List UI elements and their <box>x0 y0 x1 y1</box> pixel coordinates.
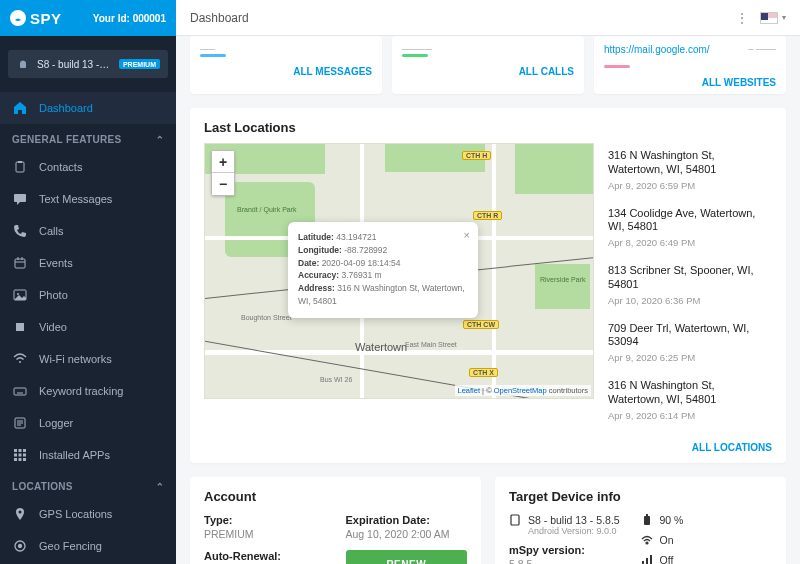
svg-point-31 <box>19 545 22 548</box>
nav-gps-locations[interactable]: GPS Locations <box>0 498 176 530</box>
message-icon <box>12 191 28 207</box>
nav-dashboard[interactable]: Dashboard <box>0 92 176 124</box>
svg-rect-4 <box>15 259 25 268</box>
video-icon <box>12 319 28 335</box>
svg-rect-25 <box>23 454 26 457</box>
tdi-title: Target Device info <box>509 489 772 504</box>
svg-rect-38 <box>650 555 652 564</box>
target-device-card: Target Device info S8 - bulid 13 - 5.8.5… <box>495 477 786 565</box>
svg-rect-27 <box>19 458 22 461</box>
menu-icon[interactable]: ⋮ <box>736 11 748 25</box>
pin-icon <box>12 506 28 522</box>
svg-rect-26 <box>14 458 17 461</box>
summary-link[interactable]: ALL WEBSITES <box>702 77 776 88</box>
summary-card: https://mail.google.com/_ ____ALL WEBSIT… <box>594 36 786 94</box>
svg-rect-14 <box>14 388 26 395</box>
nav-contacts[interactable]: Contacts <box>0 151 176 183</box>
summary-card: ______ALL CALLS <box>392 36 584 94</box>
renew-button[interactable]: RENEW <box>346 550 468 565</box>
sidebar-header: SPY Your Id: 000001 <box>0 0 176 36</box>
chevron-up-icon: ⌄ <box>156 481 164 492</box>
account-title: Account <box>204 489 467 504</box>
grid-icon <box>12 447 28 463</box>
svg-rect-21 <box>19 449 22 452</box>
nav-photo[interactable]: Photo <box>0 279 176 311</box>
chevron-down-icon: ▾ <box>782 13 786 22</box>
svg-rect-22 <box>23 449 26 452</box>
content: ___ALL MESSAGES______ALL CALLShttps://ma… <box>176 36 800 564</box>
wifi-icon <box>641 534 653 546</box>
svg-rect-20 <box>14 449 17 452</box>
nav-text-messages[interactable]: Text Messages <box>0 183 176 215</box>
summary-link[interactable]: ALL CALLS <box>519 66 574 77</box>
topbar: Dashboard ⋮ ▾ <box>176 0 800 36</box>
svg-rect-33 <box>644 516 650 525</box>
svg-rect-2 <box>18 161 22 163</box>
svg-rect-34 <box>646 514 648 516</box>
map-zoom: + − <box>211 150 235 196</box>
zoom-in-button[interactable]: + <box>212 151 234 173</box>
map-popup: × Latitude: 43.194721 Longitude: -88.728… <box>288 222 478 318</box>
svg-rect-32 <box>511 515 519 525</box>
wifi-icon <box>12 351 28 367</box>
user-id: Your Id: 000001 <box>93 13 166 24</box>
svg-point-13 <box>19 361 21 363</box>
location-item[interactable]: 709 Deer Trl, Watertown, WI, 53094Apr 9,… <box>608 316 772 374</box>
calendar-icon <box>12 255 28 271</box>
android-icon <box>16 57 30 71</box>
nav-logger[interactable]: Logger <box>0 407 176 439</box>
location-item[interactable]: 316 N Washington St, Watertown, WI, 5480… <box>608 143 772 201</box>
language-selector[interactable]: ▾ <box>760 12 786 24</box>
locations-card: Last Locations <box>190 108 786 463</box>
device-name: S8 - build 13 - 5... <box>37 59 112 70</box>
svg-rect-1 <box>16 162 24 172</box>
flag-us-icon <box>760 12 778 24</box>
nav-section-locations[interactable]: LOCATIONS ⌄ <box>0 471 176 498</box>
page-title: Dashboard <box>190 11 249 25</box>
map-attribution: Leaflet | © OpenStreetMap contributors <box>455 385 592 396</box>
location-item[interactable]: 134 Coolidge Ave, Watertown, WI, 54801Ap… <box>608 201 772 259</box>
nav-keyword-tracking[interactable]: Keyword tracking <box>0 375 176 407</box>
fence-icon <box>12 538 28 554</box>
nav-wi-fi-networks[interactable]: Wi-Fi networks <box>0 343 176 375</box>
logo[interactable]: SPY <box>10 10 62 27</box>
svg-point-9 <box>17 293 19 295</box>
main: Dashboard ⋮ ▾ ___ALL MESSAGES______ALL C… <box>176 0 800 564</box>
logo-text: SPY <box>30 10 62 27</box>
clipboard-icon <box>12 159 28 175</box>
nav-geo-fencing[interactable]: Geo Fencing <box>0 530 176 562</box>
svg-point-29 <box>19 511 22 514</box>
summary-card: ___ALL MESSAGES <box>190 36 382 94</box>
device-badge: PREMIUM <box>119 59 160 69</box>
nav-video[interactable]: Video <box>0 311 176 343</box>
svg-rect-36 <box>642 561 644 564</box>
phone-icon <box>12 223 28 239</box>
summary-row: ___ALL MESSAGES______ALL CALLShttps://ma… <box>190 36 786 94</box>
phone-vert-icon <box>509 514 521 526</box>
svg-rect-11 <box>14 323 16 331</box>
location-item[interactable]: 813 Scribner St, Spooner, WI, 54801Apr 1… <box>608 258 772 316</box>
locations-title: Last Locations <box>190 108 786 143</box>
nav-section-general[interactable]: GENERAL FEATURES ⌄ <box>0 124 176 151</box>
svg-rect-28 <box>23 458 26 461</box>
leaflet-link[interactable]: Leaflet <box>458 386 481 395</box>
close-icon[interactable]: × <box>464 227 470 244</box>
nav-events[interactable]: Events <box>0 247 176 279</box>
nav-installed-apps[interactable]: Installed APPs <box>0 439 176 471</box>
signal-icon <box>641 554 653 565</box>
svg-rect-23 <box>14 454 17 457</box>
zoom-out-button[interactable]: − <box>212 173 234 195</box>
all-locations-link[interactable]: ALL LOCATIONS <box>692 442 772 453</box>
map[interactable]: Brandt / Quirk Park West Spaulding Stree… <box>204 143 594 399</box>
home-icon <box>12 100 28 116</box>
location-item[interactable]: 316 N Washington St, Watertown, WI, 5480… <box>608 373 772 431</box>
summary-link[interactable]: ALL MESSAGES <box>293 66 372 77</box>
device-selector[interactable]: S8 - build 13 - 5... PREMIUM <box>8 50 168 78</box>
sidebar: SPY Your Id: 000001 S8 - build 13 - 5...… <box>0 0 176 564</box>
svg-rect-3 <box>14 194 26 202</box>
nav-calls[interactable]: Calls <box>0 215 176 247</box>
osm-link[interactable]: OpenStreetMap <box>494 386 547 395</box>
svg-point-35 <box>646 542 648 544</box>
svg-rect-24 <box>19 454 22 457</box>
location-list: 316 N Washington St, Watertown, WI, 5480… <box>608 143 772 431</box>
